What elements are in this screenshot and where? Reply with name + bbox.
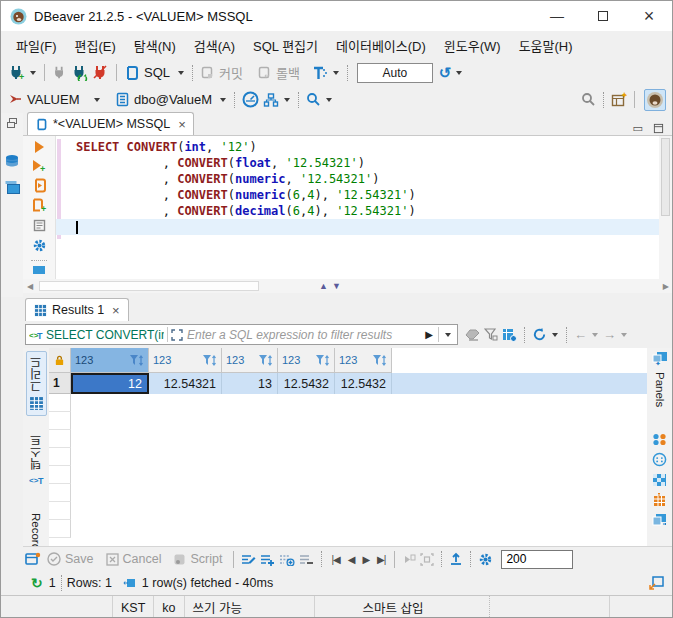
export-results-icon[interactable] bbox=[447, 548, 465, 570]
tab-text-view[interactable]: 텍스트 <>T bbox=[28, 434, 45, 487]
schema-dropdown[interactable] bbox=[220, 98, 226, 102]
column-header-4[interactable]: 123 bbox=[278, 348, 335, 373]
output-panel-icon[interactable] bbox=[32, 266, 46, 274]
delete-row-icon[interactable] bbox=[297, 548, 316, 570]
connection-icon[interactable] bbox=[6, 89, 25, 111]
sql-editor-dropdown[interactable] bbox=[178, 71, 184, 75]
fetch-size-input[interactable] bbox=[501, 550, 573, 569]
menu-window[interactable]: 윈도우(W) bbox=[435, 32, 510, 59]
record-mode-icon[interactable] bbox=[25, 552, 41, 566]
quick-search-icon[interactable] bbox=[579, 89, 598, 111]
cell-5[interactable]: 12.5432 bbox=[335, 373, 392, 394]
cell-4[interactable]: 12.5432 bbox=[278, 373, 335, 394]
menu-edit[interactable]: 편집(E) bbox=[66, 32, 125, 59]
refresh-results-icon[interactable] bbox=[530, 324, 549, 346]
connect-icon[interactable] bbox=[50, 62, 69, 84]
close-button[interactable]: × bbox=[626, 1, 672, 31]
filter-history-dropdown[interactable] bbox=[445, 333, 451, 337]
cell-1-selected[interactable]: 12 bbox=[71, 373, 149, 394]
transaction-mode-icon[interactable] bbox=[310, 62, 330, 84]
column-header-3[interactable]: 123 bbox=[222, 348, 278, 373]
filter-input[interactable]: <>T SELECT CONVERT(int, '12 Enter a SQL … bbox=[25, 324, 458, 345]
database-navigator-icon[interactable] bbox=[4, 154, 21, 170]
previous-row-icon[interactable]: ◀ bbox=[348, 554, 355, 565]
connection-selector[interactable]: VALUEM bbox=[27, 92, 89, 107]
restore-panes-icon[interactable] bbox=[6, 117, 18, 129]
minimize-view-icon[interactable]: ▭ bbox=[633, 122, 643, 135]
next-row-icon[interactable]: ▶ bbox=[362, 554, 369, 565]
menu-help[interactable]: 도움말(H) bbox=[510, 32, 582, 59]
maximize-view-icon[interactable] bbox=[653, 123, 664, 134]
editor-tab[interactable]: *<VALUEM> MSSQL × bbox=[27, 112, 194, 135]
dashboard-icon[interactable] bbox=[240, 89, 261, 111]
network-dropdown[interactable] bbox=[284, 98, 290, 102]
column-header-1[interactable]: 123 bbox=[71, 348, 149, 373]
execute-script-icon[interactable] bbox=[32, 178, 47, 193]
menu-database[interactable]: 데이터베이스(D) bbox=[327, 32, 435, 59]
row-number[interactable]: 1 bbox=[49, 373, 71, 394]
maximize-button[interactable] bbox=[580, 1, 626, 31]
minimize-button[interactable]: — bbox=[534, 1, 580, 31]
menu-search[interactable]: 검색(A) bbox=[185, 32, 244, 59]
projects-panel-icon[interactable] bbox=[4, 179, 21, 195]
search-db-icon[interactable] bbox=[304, 89, 323, 111]
filter-sort-icon[interactable] bbox=[203, 355, 217, 366]
grouping-panel-icon[interactable] bbox=[652, 493, 667, 507]
editor-vertical-scrollbar[interactable] bbox=[659, 136, 672, 279]
references-panel-icon[interactable] bbox=[652, 513, 667, 526]
editor-settings-gear-icon[interactable] bbox=[32, 238, 47, 253]
menu-sql-editor[interactable]: SQL 편집기 bbox=[244, 32, 327, 59]
execute-script-new-tab-icon[interactable]: + bbox=[31, 198, 47, 213]
filter-sort-icon[interactable] bbox=[373, 355, 387, 366]
expand-filter-icon[interactable] bbox=[171, 329, 183, 341]
panels-icon[interactable]: ✦ bbox=[652, 351, 668, 366]
reconnect-icon[interactable] bbox=[69, 62, 90, 84]
filter-sort-icon[interactable] bbox=[130, 355, 144, 366]
new-connection-icon[interactable]: + bbox=[6, 62, 27, 84]
tab-grid-view[interactable]: 그리드 bbox=[26, 351, 47, 416]
grid-settings-icon[interactable] bbox=[500, 324, 519, 346]
edit-cell-icon[interactable] bbox=[239, 548, 258, 570]
database-icon[interactable] bbox=[113, 89, 132, 111]
grid-corner-lock[interactable] bbox=[49, 348, 71, 373]
editor-tab-close-icon[interactable]: × bbox=[178, 117, 186, 132]
connection-dropdown[interactable] bbox=[94, 98, 100, 102]
open-perspective-icon[interactable]: ✦ bbox=[609, 89, 629, 111]
calc-panel-icon[interactable] bbox=[652, 433, 667, 446]
disconnect-icon[interactable] bbox=[90, 62, 111, 84]
schema-selector[interactable]: dbo@ValueM bbox=[134, 92, 212, 107]
history-dropdown[interactable] bbox=[456, 71, 462, 75]
maximize-results-icon[interactable] bbox=[649, 576, 664, 590]
last-row-icon[interactable]: ▶| bbox=[377, 554, 385, 565]
network-icon[interactable] bbox=[261, 89, 281, 111]
execute-statement-icon[interactable] bbox=[32, 140, 46, 154]
apply-filter-icon[interactable]: ▶ bbox=[425, 329, 433, 340]
results-tab[interactable]: Results 1 × bbox=[25, 298, 129, 321]
add-row-icon[interactable] bbox=[258, 548, 277, 570]
refresh-status-icon[interactable]: ↻ bbox=[31, 575, 43, 591]
commit-mode-selector[interactable]: Auto bbox=[357, 63, 433, 83]
history-icon[interactable]: ↺ bbox=[439, 64, 452, 82]
code-lines[interactable]: SELECT CONVERT(int, '12') , CONVERT(floa… bbox=[56, 136, 659, 219]
new-connection-dropdown[interactable] bbox=[30, 71, 36, 75]
execute-new-tab-icon[interactable]: + bbox=[31, 159, 47, 173]
search-dropdown[interactable] bbox=[326, 98, 332, 102]
duplicate-row-icon[interactable] bbox=[277, 548, 297, 570]
menu-navigate[interactable]: 탐색(N) bbox=[125, 32, 185, 59]
sql-editor-label[interactable]: SQL bbox=[144, 65, 170, 80]
first-row-icon[interactable]: |◀ bbox=[331, 554, 339, 565]
filter-sort-icon[interactable] bbox=[259, 355, 273, 366]
menu-file[interactable]: 파일(F) bbox=[7, 32, 66, 59]
results-settings-gear-icon[interactable] bbox=[476, 548, 495, 570]
explain-plan-icon[interactable] bbox=[32, 218, 47, 233]
tab-record-view[interactable]: Record bbox=[30, 513, 42, 550]
cell-3[interactable]: 13 bbox=[222, 373, 278, 394]
sash-resize-handle[interactable]: ▲▼ bbox=[319, 281, 345, 291]
scroll-right-icon[interactable]: ▶ bbox=[663, 282, 669, 291]
metadata-panel-icon[interactable] bbox=[652, 452, 667, 467]
filters-menu-icon[interactable] bbox=[482, 324, 500, 346]
filter-sort-icon[interactable] bbox=[316, 355, 330, 366]
dbeaver-perspective-button[interactable] bbox=[644, 89, 666, 111]
cell-2[interactable]: 12.54321 bbox=[149, 373, 222, 394]
refresh-dropdown[interactable] bbox=[552, 333, 558, 337]
